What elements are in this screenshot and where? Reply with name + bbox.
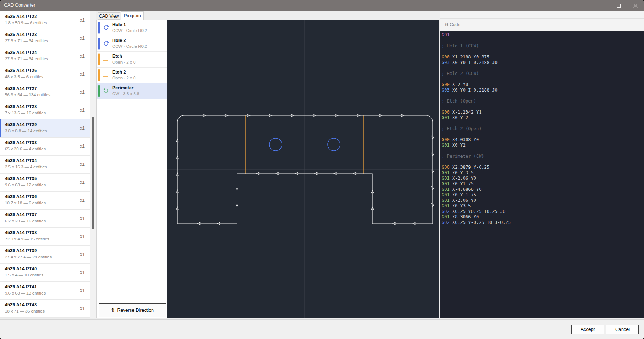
- maximize-button[interactable]: [610, 0, 627, 11]
- part-name: 4526 A14 PT27: [5, 86, 37, 91]
- part-quantity: x1: [80, 198, 85, 203]
- part-row[interactable]: 4526 A14 PT376.2 x 23 — 16 entitiesx1: [0, 210, 90, 228]
- part-quantity: x1: [80, 72, 85, 77]
- gcode-line: G02 X0.25 Y0.25 I0.25 J0: [442, 209, 644, 214]
- part-row[interactable]: 4526 A14 PT221.8 x 50.9 — 6 entitiesx1: [0, 11, 90, 29]
- accept-button[interactable]: Accept: [571, 325, 604, 334]
- part-row[interactable]: 4526 A14 PT44x1: [0, 318, 90, 318]
- part-size: 72.9 x 4.9 — 15 entities: [5, 237, 49, 241]
- part-row[interactable]: 4526 A14 PT2756.6 x 64 — 134 entitiesx1: [0, 83, 90, 101]
- parts-scrollbar-thumb[interactable]: [92, 117, 94, 229]
- part-row[interactable]: 4526 A14 PT3927.4 x 77.4 — 28 entitiesx1: [0, 246, 90, 264]
- part-quantity: x1: [80, 234, 85, 239]
- part-row[interactable]: 4526 A14 PT4318 x 71 — 35 entitiesx1: [0, 300, 90, 318]
- operation-detail: CW · 3.8 x 8.8: [112, 92, 139, 96]
- gcode-line: ; Etch 2 (Open): [442, 126, 644, 132]
- gcode-line: G01 X-4.6866 Y0: [442, 187, 644, 192]
- gcode-panel: G-Code G91 ; Hole 1 (CCW) G00 X1.2188 Y0…: [440, 11, 644, 318]
- tab-program[interactable]: Program: [121, 11, 144, 20]
- part-row[interactable]: 4526 A14 PT287 x 13.6 — 16 entitiesx1: [0, 101, 90, 119]
- line-arrow-icon: [103, 56, 109, 63]
- close-button[interactable]: [627, 0, 644, 11]
- part-name: 4526 A14 PT23: [5, 32, 37, 37]
- reverse-direction-label: Reverse Direction: [117, 308, 154, 313]
- gcode-line: G03 X0 Y0 I-0.2188 J0: [442, 88, 644, 93]
- part-row[interactable]: 4526 A14 PT2648 x 3.5 — 6 entitiesx1: [0, 65, 90, 83]
- line-arrow-icon: [103, 72, 109, 78]
- part-size: 65 x 20.6 — 4 entities: [5, 147, 46, 151]
- operation-item-hole-2[interactable]: Hole 2CCW · Circle R0.2: [97, 36, 167, 52]
- part-name: 4526 A14 PT33: [5, 140, 37, 145]
- gcode-line: [442, 121, 644, 126]
- gcode-line: G01 X0 Y2: [442, 143, 644, 148]
- part-row[interactable]: 4526 A14 PT359.6 x 68 — 12 entitiesx1: [0, 174, 90, 192]
- gcode-line: [442, 159, 644, 165]
- operation-title: Hole 1: [112, 22, 126, 27]
- perimeter-outline: [177, 115, 433, 224]
- gcode-line: G00 X-2 Y0: [442, 82, 644, 88]
- part-row[interactable]: 4526 A14 PT401.5 x 4 — 10 entitiesx1: [0, 264, 90, 282]
- operation-detail: CCW · Circle R0.2: [112, 44, 147, 49]
- part-quantity: x1: [80, 144, 85, 149]
- gcode-line: [442, 65, 644, 71]
- tab-cad-view[interactable]: CAD View: [98, 12, 120, 20]
- main-area: 4526 A14 PT221.8 x 50.9 — 6 entitiesx145…: [0, 11, 644, 319]
- operation-item-hole-1[interactable]: Hole 1CCW · Circle R0.2: [97, 20, 167, 36]
- minimize-button[interactable]: [593, 0, 610, 11]
- gcode-line: G01 X-2.06 Y0: [442, 198, 644, 203]
- part-row[interactable]: 4526 A14 PT419.6 x 68 — 13 entitiesx1: [0, 282, 90, 300]
- gcode-code-view[interactable]: G91 ; Hole 1 (CCW) G00 X1.2188 Y0.875G03…: [440, 31, 644, 318]
- tab-strip: CAD View Program: [96, 11, 167, 20]
- part-row[interactable]: 4526 A14 PT293.8 x 8.8 — 14 entitiesx1: [0, 119, 90, 138]
- gcode-line: G01 X0 Y1.75: [442, 181, 644, 187]
- gcode-header-divider: [440, 18, 644, 19]
- gcode-line: [442, 93, 644, 99]
- gcode-line: [442, 76, 644, 82]
- operation-item-perimeter[interactable]: PerimeterCW · 3.8 x 8.8: [97, 83, 167, 99]
- part-quantity: x1: [80, 306, 85, 311]
- part-size: 7 x 13.6 — 16 entities: [5, 111, 46, 115]
- operation-detail: CCW · Circle R0.2: [112, 28, 147, 33]
- part-quantity: x1: [80, 18, 85, 23]
- part-quantity: x1: [80, 90, 85, 95]
- operation-accent-bar: [98, 38, 100, 50]
- program-panel: Hole 1CCW · Circle R0.2Hole 2CCW · Circl…: [96, 20, 167, 318]
- part-quantity: x1: [80, 162, 85, 167]
- cad-viewport[interactable]: [167, 20, 439, 318]
- direction-arrows: [176, 114, 434, 225]
- gcode-line: G00 X2.3879 Y-0.25: [442, 165, 644, 170]
- gcode-line: G91: [442, 32, 644, 38]
- part-name: 4526 A14 PT38: [5, 230, 37, 235]
- part-row[interactable]: 4526 A14 PT2427.3 x 71 — 34 entitiesx1: [0, 47, 90, 65]
- part-row[interactable]: 4526 A14 PT3365 x 20.6 — 4 entitiesx1: [0, 138, 90, 156]
- part-name: 4526 A14 PT35: [5, 176, 37, 181]
- hole-circle: [269, 138, 282, 151]
- minimize-icon: [600, 4, 604, 8]
- cw-arrow-icon: [103, 88, 109, 94]
- part-row[interactable]: 4526 A14 PT342.5 x 16.3 — 4 entitiesx1: [0, 156, 90, 174]
- part-name: 4526 A14 PT29: [5, 122, 37, 127]
- part-name: 4526 A14 PT24: [5, 50, 37, 55]
- parts-scrollbar[interactable]: [90, 11, 96, 318]
- part-size: 9.6 x 68 — 12 entities: [5, 183, 46, 187]
- reverse-direction-icon: ⇅: [111, 307, 115, 313]
- operation-accent-bar: [98, 53, 100, 65]
- part-quantity: x1: [80, 36, 85, 41]
- part-row[interactable]: 4526 A14 PT2327.3 x 71 — 34 entitiesx1: [0, 29, 90, 47]
- reverse-direction-button[interactable]: ⇅ Reverse Direction: [99, 303, 166, 317]
- operation-item-etch[interactable]: EtchOpen · 2 x 0: [97, 52, 167, 68]
- part-quantity: x1: [80, 126, 85, 131]
- operation-accent-bar: [98, 85, 100, 97]
- part-row[interactable]: 4526 A14 PT3872.9 x 4.9 — 15 entitiesx1: [0, 228, 90, 246]
- part-size: 1.8 x 50.9 — 6 entities: [5, 21, 47, 25]
- operation-title: Hole 2: [112, 38, 126, 43]
- gcode-line: [442, 104, 644, 110]
- cancel-button[interactable]: Cancel: [606, 325, 639, 334]
- gcode-line: G00 X1.2188 Y0.875: [442, 54, 644, 60]
- parts-list: 4526 A14 PT221.8 x 50.9 — 6 entitiesx145…: [0, 11, 90, 318]
- ccw-arrow-icon: [103, 40, 109, 47]
- operation-item-etch-2[interactable]: Etch 2Open · 2 x 0: [97, 68, 167, 83]
- part-row[interactable]: 4526 A14 PT3610.7 x 18 — 6 entitiesx1: [0, 192, 90, 210]
- gcode-line: G00 X-1.2342 Y1: [442, 110, 644, 115]
- part-size: 27.3 x 71 — 34 entities: [5, 39, 48, 43]
